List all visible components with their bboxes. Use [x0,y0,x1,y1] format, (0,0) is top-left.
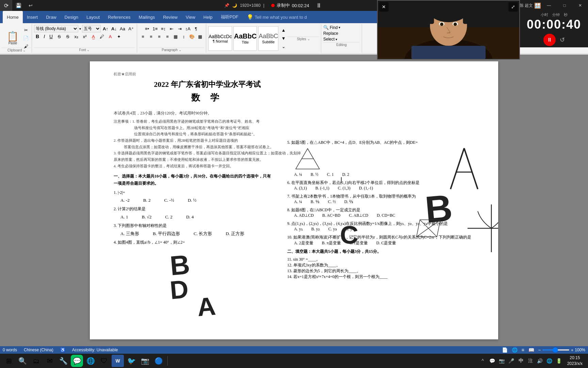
tab-insert[interactable]: Insert [23,11,42,23]
bird-btn[interactable]: 🐦 [125,355,137,367]
bullets-btn[interactable]: ≡• [143,25,151,32]
font-size-select[interactable]: 五号 [82,25,101,32]
font-name-select[interactable]: 等线 (Body Asia) [34,25,78,32]
tray-network-icon[interactable]: 🌐 [545,357,554,365]
tab-design[interactable]: Design [61,11,82,23]
tab-review[interactable]: Review [159,11,182,23]
font-color-btn[interactable]: A̲ [89,33,97,40]
superscript-btn[interactable]: x² [81,33,88,40]
cols-btn[interactable]: ▦ [172,33,179,40]
settings-btn[interactable]: 🔧 [57,355,69,367]
tab-layout[interactable]: Layout [82,11,104,23]
close-btn[interactable]: ✕ [572,0,588,11]
increase-font-btn[interactable]: A↑ [102,25,109,32]
select-dropdown[interactable]: ▾ [336,37,337,41]
style-subtitle[interactable]: AaBbC Subtitle [258,26,278,51]
decrease-indent-btn[interactable]: ⇤ [168,25,175,32]
select-label[interactable]: Select [323,37,334,42]
tray-battery-icon[interactable]: 🔋 [555,357,563,365]
file-explorer-btn[interactable]: 🗂 [30,355,42,367]
cut-button[interactable]: ✂ [22,27,30,34]
timer-reset-btn[interactable]: ↺ [560,36,565,44]
find-dropdown[interactable]: ▾ [339,26,340,29]
system-clock[interactable]: 20:15 2023/x/x [565,355,585,367]
find-label[interactable]: Find [330,25,338,30]
tell-me-input[interactable]: Tell me what you want to d [255,15,307,20]
tab-view[interactable]: View [182,11,199,23]
zoom-out-btn[interactable]: − [538,348,541,353]
notepad-btn[interactable]: ✉ [44,355,56,367]
wechat-btn[interactable]: 💬 [71,355,83,367]
strikethrough-btn[interactable]: S [55,33,63,40]
bold-btn[interactable]: B [34,33,41,40]
font-case-btn[interactable]: A⁺ [127,25,135,32]
show-marks-btn[interactable]: ¶ [192,25,200,32]
zoom-in-btn[interactable]: + [571,348,574,353]
maximize-btn[interactable]: □ [557,0,572,11]
numbering-btn[interactable]: 1≡ [151,25,159,32]
copy-button[interactable]: 📄 [22,35,30,42]
undo-icon[interactable]: ↩ [24,0,37,12]
increase-indent-btn[interactable]: ⇥ [176,25,183,32]
profile-icon[interactable]: 🪟 [534,2,541,9]
minimize-btn[interactable]: — [541,0,557,11]
doc-view-web[interactable]: 🌐 [512,347,518,353]
quick-save-icon[interactable]: 💾 [12,0,24,12]
tray-ime2-icon[interactable]: 注 [526,357,535,365]
search-btn[interactable]: 🔍 [16,355,29,367]
accessibility-icon: ♿ [60,348,65,352]
borders-btn[interactable]: ▦ [196,33,204,40]
tab-references[interactable]: References [104,11,134,23]
expand-webcam-btn[interactable]: ⤢ [508,2,518,12]
start-btn[interactable]: ⊞ [3,355,15,367]
other-btn[interactable]: 🔵 [152,355,165,367]
tab-draw[interactable]: Draw [42,11,60,23]
shading-btn[interactable]: 🎨 [188,33,196,40]
tray-chat-icon[interactable]: 💬 [488,357,496,365]
replace-label[interactable]: Replace [323,31,338,36]
shield-btn[interactable]: 🛡 [98,355,110,367]
tab-home[interactable]: Home [3,11,23,23]
justify-btn[interactable]: ≡ [164,33,171,40]
decrease-font-btn[interactable]: A↓ [110,25,118,32]
q3-c: C. 长方形 [194,230,212,237]
camera-btn[interactable]: 📷 [139,355,151,367]
doc-view-outline[interactable]: ≡ [522,347,524,353]
align-center-btn[interactable]: ≡ [147,33,155,40]
close-webcam-btn[interactable]: ✕ [379,2,389,12]
doc-view-print[interactable]: 📄 [502,347,508,353]
tab-mailings[interactable]: Mailings [135,11,159,23]
tray-expand-btn[interactable]: ^ [479,357,487,365]
styles-scroll-up[interactable]: ▲ [280,27,287,34]
word-btn[interactable]: W [112,355,124,367]
align-left-btn[interactable]: ≡ [139,33,147,40]
multilevel-btn[interactable]: ≡↕ [160,25,167,32]
tray-mic-icon[interactable]: 🎤 [507,357,516,365]
tab-pdf[interactable]: 福听PDF [217,11,243,23]
text-color-btn2[interactable]: A [107,33,114,40]
notice-1-cont2: 位置填涂自己的考场号和座位号，将条形码粘贴在答题卡"条形码粘贴处"。 [114,131,301,137]
style-title[interactable]: AaBbC Title [233,26,257,51]
tray-volume-icon[interactable]: 🔊 [536,357,544,365]
sort-btn[interactable]: ↕A [184,25,192,32]
timer-pause-btn[interactable]: ⏸ [543,34,556,46]
zoom-slider[interactable] [542,349,570,351]
strikethrough2-btn[interactable]: S [64,33,71,40]
italic-btn[interactable]: I [42,33,47,40]
highlight-btn[interactable]: 🖊 [98,33,105,40]
browser-btn[interactable]: 🌐 [84,355,97,367]
effects-btn[interactable]: ✦ [115,33,122,40]
clear-format-btn[interactable]: Aa [119,25,126,32]
styles-expand[interactable]: ⌄ [280,43,287,50]
align-right-btn[interactable]: ≡ [156,33,163,40]
doc-view-read[interactable]: 📖 [528,347,534,353]
tab-help[interactable]: Help [199,11,217,23]
tray-camera-icon[interactable]: 📷 [498,357,506,365]
style-normal[interactable]: AaBbCcDc ¶ Normal [208,26,232,51]
tray-ime-icon[interactable]: 中 [517,357,525,365]
styles-scroll-down[interactable]: ▼ [280,35,287,42]
line-spacing-btn[interactable]: ↕ [180,33,187,40]
pause-icon-btn[interactable]: ⏸ [316,2,322,9]
underline-btn[interactable]: U [48,33,54,40]
subscript-btn[interactable]: x₂ [72,33,80,40]
